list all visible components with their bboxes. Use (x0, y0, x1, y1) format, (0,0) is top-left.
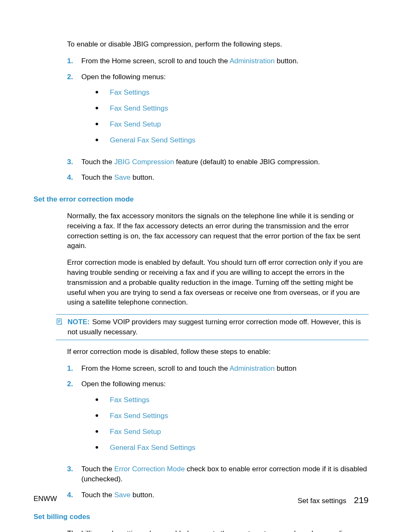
sect1-body: Normally, the fax accessory monitors the… (67, 211, 369, 307)
submenu-list: Fax Settings Fax Send Settings Fax Send … (96, 88, 369, 145)
list-item: Fax Send Setup (96, 427, 369, 437)
paragraph: Normally, the fax accessory monitors the… (67, 211, 369, 251)
paragraph: The billing-code setting, when enabled, … (67, 529, 369, 532)
step-3: 3. Touch the JBIG Compression feature (d… (67, 157, 369, 167)
step-2: 2. Open the following menus: Fax Setting… (67, 379, 369, 458)
intro-block: To enable or disable JBIG compression, p… (67, 39, 369, 183)
step-3: 3. Touch the Error Correction Mode check… (67, 464, 369, 484)
step-number: 3. (67, 157, 81, 167)
bullet-icon (96, 91, 98, 93)
heading-billing-codes: Set billing codes (34, 512, 369, 522)
page-footer: ENWW Set fax settings 219 (34, 494, 369, 506)
step-1: 1. From the Home screen, scroll to and t… (67, 364, 369, 374)
note-label: NOTE: (68, 318, 90, 326)
footer-left: ENWW (34, 494, 57, 506)
step-number: 1. (67, 56, 81, 66)
step-text: Touch the JBIG Compression feature (defa… (81, 157, 369, 167)
bullet-icon (96, 430, 98, 433)
sect1-body-2: If error correction mode is disabled, fo… (67, 347, 369, 500)
footer-section-label: Set fax settings (298, 496, 346, 506)
paragraph: Error correction mode is enabled by defa… (67, 258, 369, 307)
ui-administration: Administration (229, 57, 275, 65)
list-item: Fax Send Settings (96, 103, 369, 114)
bullet-icon (96, 398, 98, 401)
note-callout: NOTE:Some VOIP providers may suggest tur… (56, 314, 369, 340)
intro-text: To enable or disable JBIG compression, p… (67, 39, 369, 49)
step-2: 2. Open the following menus: Fax Setting… (67, 72, 369, 151)
list-item: Fax Send Setup (96, 119, 369, 129)
paragraph: If error correction mode is disabled, fo… (67, 347, 369, 357)
step-number: 2. (67, 72, 81, 151)
step-number: 3. (67, 464, 81, 484)
footer-right: Set fax settings 219 (298, 494, 369, 506)
note-icon (56, 318, 64, 328)
bullet-icon (96, 107, 98, 109)
list-item: Fax Settings (96, 395, 369, 405)
bullet-icon (96, 139, 98, 141)
bullet-icon (96, 414, 98, 417)
sect2-body: The billing-code setting, when enabled, … (67, 529, 369, 532)
step-text: Open the following menus: Fax Settings F… (81, 72, 369, 151)
step-text: Open the following menus: Fax Settings F… (81, 379, 369, 458)
step-text: Touch the Error Correction Mode check bo… (81, 464, 369, 484)
step-1: 1. From the Home screen, scroll to and t… (67, 56, 369, 66)
step-number: 1. (67, 364, 81, 374)
page-body: To enable or disable JBIG compression, p… (34, 39, 369, 507)
ui-error-correction-mode: Error Correction Mode (114, 465, 184, 473)
list-item: Fax Settings (96, 88, 369, 98)
list-item: General Fax Send Settings (96, 135, 369, 145)
heading-error-correction: Set the error correction mode (34, 194, 369, 204)
ui-administration: Administration (229, 364, 275, 372)
page-number: 219 (354, 494, 369, 506)
step-text: Touch the Save button. (81, 173, 369, 183)
submenu-list: Fax Settings Fax Send Settings Fax Send … (96, 395, 369, 452)
step-number: 4. (67, 173, 81, 183)
step-text: From the Home screen, scroll to and touc… (81, 364, 369, 374)
note-text: NOTE:Some VOIP providers may suggest tur… (68, 317, 369, 337)
bullet-icon (96, 123, 98, 125)
step-4: 4. Touch the Save button. (67, 173, 369, 183)
step-number: 2. (67, 379, 81, 458)
ui-save: Save (114, 173, 130, 181)
list-item: Fax Send Settings (96, 411, 369, 421)
sect1-steps: 1. From the Home screen, scroll to and t… (67, 364, 369, 500)
intro-steps: 1. From the Home screen, scroll to and t… (67, 56, 369, 183)
ui-jbig-compression: JBIG Compression (114, 158, 174, 166)
step-text: From the Home screen, scroll to and touc… (81, 56, 369, 66)
bullet-icon (96, 446, 98, 449)
list-item: General Fax Send Settings (96, 443, 369, 453)
